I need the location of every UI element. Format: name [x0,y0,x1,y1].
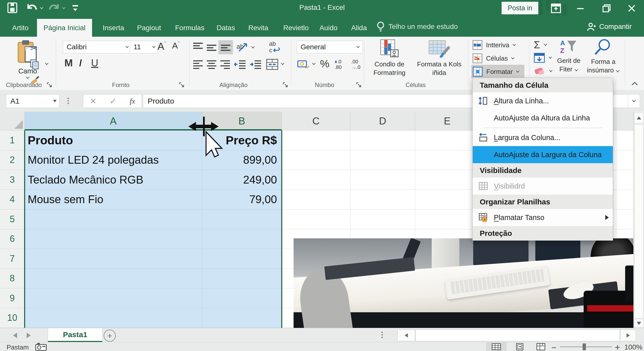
formula-bar-splitter[interactable] [67,97,69,105]
font-name-combo[interactable]: Calibri [63,41,132,53]
zoom-slider-thumb[interactable] [583,343,586,350]
align-middle-icon[interactable] [206,43,217,53]
align-left-icon[interactable] [193,60,203,70]
row-header-1[interactable]: 1 [0,130,25,150]
format-menu-item-altura-da-linha[interactable]: Altura da Linha... [473,92,613,109]
align-right-icon[interactable] [220,60,230,70]
decrease-font-icon[interactable]: Aˇ [172,41,180,51]
underline-button[interactable]: U [91,57,98,69]
format-cells-button[interactable]: Formatar [471,65,524,78]
cell-A1[interactable]: Produto [25,130,202,150]
row-header-9[interactable]: 9 [0,288,25,308]
orientation-icon[interactable]: ab [236,41,249,54]
cell-C4[interactable] [282,190,350,210]
align-bottom-icon[interactable] [218,40,233,54]
zoom-out-button[interactable]: − [551,343,556,351]
number-format-combo[interactable]: General [297,41,363,53]
row-header-10[interactable]: 10 [0,308,25,328]
cell-E3[interactable] [415,170,479,190]
cell-D4[interactable] [350,190,415,210]
ribbon-tab-formulas[interactable]: Formulas [169,19,211,37]
view-page-break-button[interactable] [531,342,551,351]
hscroll-left-button[interactable] [397,330,415,341]
cell-B8[interactable] [202,269,282,289]
row-header-2[interactable]: 2 [0,150,25,170]
cell-B7[interactable] [202,249,282,269]
cell-E1[interactable] [415,130,479,150]
insert-function-icon[interactable]: fx [130,97,135,105]
tabbar-splitter[interactable] [381,331,383,339]
merge-center-icon[interactable] [266,59,278,71]
font-dialog-launcher-icon[interactable] [179,82,185,88]
decrease-indent-icon[interactable] [234,60,246,70]
view-normal-button[interactable] [486,342,507,351]
column-header-B[interactable]: B [202,112,282,130]
accounting-dropdown-icon[interactable] [312,63,316,65]
autosum-button[interactable]: Σ [534,39,547,51]
cell-H4[interactable] [616,190,633,210]
ribbon-display-options-icon[interactable] [551,4,561,14]
cell-D1[interactable] [350,130,415,150]
ribbon-tab-alida[interactable]: Alida [345,19,373,37]
row-header-8[interactable]: 8 [0,269,25,289]
cell-B1[interactable]: Preço R$ [202,130,282,150]
cell-A5[interactable] [25,209,202,229]
posta-in-button[interactable]: Posta in [502,2,538,14]
clear-button[interactable] [534,66,553,76]
macro-record-icon[interactable] [35,343,47,351]
scroll-down-button[interactable] [634,319,643,328]
restore-button[interactable] [595,0,618,16]
cell-B3[interactable]: 249,00 [202,170,282,190]
vertical-scrollbar[interactable] [633,112,644,328]
column-header-H[interactable] [616,112,633,130]
cell-B6[interactable] [202,229,282,249]
cell-B2[interactable]: 899,00 [202,150,282,170]
ribbon-tab-inserta[interactable]: Inserta [96,19,131,37]
cell-A4[interactable]: Mouse sem Fio [25,190,202,210]
cell-H5[interactable] [616,209,633,229]
clipboard-dialog-launcher-icon[interactable] [47,82,52,88]
format-as-table-button[interactable]: Formata a Kolsiñida [414,39,464,77]
cell-B5[interactable] [202,209,282,229]
tell-me-box[interactable]: Telho un mede estudo [376,16,458,37]
cell-A7[interactable] [25,249,202,269]
italic-button[interactable]: I [79,57,82,69]
cell-A3[interactable]: Teclado Mecânico RGB [25,170,202,190]
cell-C1[interactable] [282,130,350,150]
ribbon-tab-datas[interactable]: Datas [210,19,242,37]
format-menu-item-autoajuste-da-altura-da-linha[interactable]: AutoAjuste da Altura da Linha [473,109,613,126]
orientation-dropdown-icon[interactable] [251,46,255,49]
find-select-button[interactable]: Forma ainsúmaro [586,38,620,74]
cell-E2[interactable] [415,150,479,170]
cut-icon[interactable]: ✂ [30,43,38,54]
row-header-6[interactable]: 6 [0,229,25,249]
cell-A8[interactable] [25,269,202,289]
column-header-D[interactable]: D [350,112,415,130]
sheet-nav-right-icon[interactable] [27,333,31,338]
format-menu-item-autoajuste-da-largura-da-coluna[interactable]: AutoAjuste da Largura da Coluna [473,146,613,163]
ribbon-tab-revietlo[interactable]: Revietlo [277,19,315,37]
cell-C3[interactable] [282,170,350,190]
share-button[interactable]: Compantir [586,16,632,37]
align-center-icon[interactable] [206,60,217,70]
delete-cells-button[interactable]: Células [472,52,524,65]
view-page-layout-button[interactable] [510,342,530,351]
cell-H1[interactable] [616,130,633,150]
close-button[interactable] [620,0,643,16]
cell-D5[interactable] [350,209,415,229]
row-header-3[interactable]: 3 [0,170,25,190]
cell-B10[interactable] [202,308,282,328]
zoom-slider-track[interactable] [560,346,612,347]
format-menu-item-plamatar-tanso[interactable]: Plamatar Tanso [473,209,613,226]
merge-dropdown-icon[interactable] [281,63,285,65]
ribbon-tab-revita[interactable]: Revita [242,19,275,37]
cancel-icon[interactable]: ✕ [90,96,97,106]
zoom-in-button[interactable]: + [615,342,620,351]
cell-A10[interactable] [25,308,202,328]
scroll-up-button[interactable] [634,112,643,123]
cell-C5[interactable] [282,209,350,229]
increase-font-icon[interactable]: Aˆ [157,41,166,52]
horizontal-scroll-thumb[interactable] [416,330,620,341]
fill-button[interactable] [534,53,552,63]
align-top-icon[interactable] [193,42,203,52]
